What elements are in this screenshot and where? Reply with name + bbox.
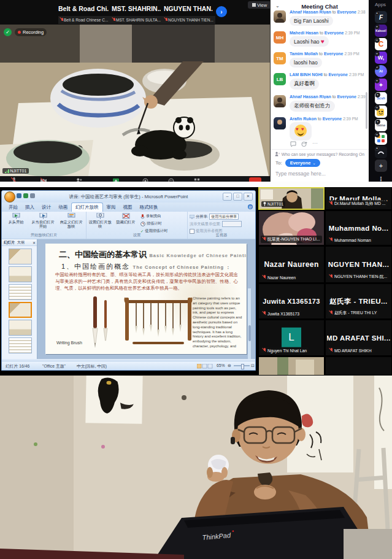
app-icon-kahoot[interactable]: +Kahoot! — [375, 25, 387, 37]
close-panel-icon[interactable]: ✕ — [33, 241, 36, 245]
camera-off-icon[interactable] — [40, 177, 47, 182]
sender-name[interactable]: Arafin Rukon — [290, 117, 317, 121]
tab-home[interactable]: 开始 — [5, 203, 21, 212]
more-actions-icon[interactable]: ··· — [312, 141, 318, 147]
maximize-button[interactable]: □ — [233, 193, 242, 201]
close-button[interactable]: ✕ — [244, 193, 253, 201]
tab-animations[interactable]: 动画 — [55, 203, 71, 212]
thumbnail-strip-3[interactable]: NGUYEN THANH TIEN... — [163, 16, 215, 24]
sender-name[interactable]: Ahnaf Hassan Riyan — [290, 94, 331, 99]
recipient-name[interactable]: Everyone — [328, 72, 348, 77]
participant-tile[interactable]: Dr.Maruf Molla... Dr.Maruf Mollah 马帅 MD … — [325, 187, 392, 210]
participant-tile[interactable]: 阮草灵-NGUYEN THAO LI... — [258, 210, 325, 245]
sender-name[interactable]: Ahnaf Hassan Riyan — [290, 10, 331, 14]
slide-thumbnail[interactable] — [9, 266, 32, 282]
participant-tile[interactable]: L Nguyen Thi Nhat Lan — [258, 320, 325, 356]
app-icon-fathom[interactable]: +F — [375, 11, 387, 23]
setup-show-button[interactable]: 设置幻灯片放映 — [88, 213, 112, 229]
recipient-name[interactable]: Everyone — [324, 52, 344, 56]
slide-thumbnail[interactable] — [9, 337, 32, 353]
sender-name[interactable]: Mahedi Hasan — [290, 31, 318, 35]
zoom-slider-thumb[interactable] — [241, 364, 244, 369]
apps-toolbar-icon[interactable] — [194, 177, 200, 182]
rehearse-timings-button[interactable]: 排练计时 — [140, 221, 162, 226]
record-narration-button[interactable]: 录制旁白 — [140, 214, 161, 219]
gallery-tab-1[interactable]: Belt & Road Chi... — [58, 2, 109, 15]
tab-format-convert[interactable]: 格式转换 — [136, 203, 162, 212]
main-video-feed[interactable]: ✓ Recording NJITT01 — [0, 25, 270, 176]
participant-tile[interactable]: 赵氏李 - TRIEU... 赵氏李 - TRIEU THI LY — [325, 283, 392, 319]
app-icon-ai-companion[interactable]: +AI — [375, 65, 387, 77]
tab-slides[interactable]: 幻灯片 — [4, 240, 15, 245]
recording-indicator[interactable]: Recording — [15, 28, 47, 36]
help-icon[interactable]: @ — [248, 204, 253, 209]
participant-tile[interactable]: Juwita X1365173 Juwita X1365173 — [258, 283, 325, 319]
resolution-dropdown[interactable]: 使用当前分辨率 — [209, 214, 239, 220]
participant-tile[interactable]: Muhammad No... Muhammad Noman — [325, 210, 392, 245]
gallery-tab-2[interactable]: MST. SHAHRIN... — [112, 2, 161, 15]
app-icon-launcher-grid[interactable]: + — [375, 133, 387, 145]
minimize-button[interactable]: – — [223, 193, 232, 201]
chevron-down-icon[interactable]: ⌄ — [275, 3, 280, 9]
reactions-icon[interactable] — [168, 177, 174, 182]
app-icon-fan[interactable]: +✦ — [375, 79, 387, 91]
participant-tile[interactable]: NGUYEN THAN... NGUYEN THANH TIEN-阮... — [325, 246, 392, 283]
share-screen-icon[interactable] — [113, 177, 119, 182]
recipient-name[interactable]: Everyone — [337, 10, 356, 14]
slide-canvas[interactable]: 二、中国绘画的基本常识 Basic Knowledge of Chinese P… — [45, 244, 247, 354]
slide-thumbnail-current[interactable] — [9, 302, 32, 318]
thumbnail-strip-2[interactable]: MST. SHAHRIN SULTA... — [110, 16, 164, 24]
hide-slide-button[interactable]: 隐藏幻灯片 — [113, 213, 138, 225]
tab-outline[interactable]: 大纲 — [17, 240, 25, 245]
gallery-tab-3[interactable]: NGUYEN THAN... — [164, 2, 213, 15]
app-icon-phone[interactable]: + — [375, 146, 387, 158]
add-app-button[interactable]: + — [375, 160, 387, 172]
app-add-badge[interactable]: + — [375, 119, 380, 125]
custom-show-button[interactable]: 自定义幻灯片放映 — [59, 213, 83, 229]
participant-tile[interactable]: MD ARAFAT SHI... MD ARAFAT SHIKH — [325, 320, 392, 356]
app-icon-wooclap[interactable]: +W, — [375, 52, 387, 64]
recipient-name[interactable]: Everyone — [325, 31, 344, 35]
slide-thumbnail[interactable] — [9, 284, 32, 300]
app-icon-smiley[interactable]: + — [375, 106, 387, 118]
quote-reply-icon[interactable] — [290, 141, 296, 147]
view-mode-buttons[interactable] — [197, 364, 213, 369]
security-shield-icon[interactable]: ✓ — [4, 28, 12, 36]
zoom-out-button[interactable]: ⊖ — [228, 363, 231, 368]
tab-view[interactable]: 视图 — [120, 203, 136, 212]
participant-tile[interactable]: NJITT01 — [258, 187, 325, 210]
participant-tile[interactable] — [325, 357, 392, 376]
from-current-button[interactable]: 从当前幻灯片开始 — [31, 213, 55, 229]
zoom-slider[interactable] — [234, 365, 250, 366]
sender-name[interactable]: Tamim Mollah — [290, 52, 318, 56]
thumbnail-strip-1[interactable]: Belt & Road Chinese C... — [58, 16, 112, 24]
app-add-badge[interactable]: + — [375, 92, 380, 98]
chat-scrollbar[interactable] — [366, 92, 367, 129]
recipient-selector[interactable]: Everyone ⌄ — [285, 159, 321, 167]
next-page-button[interactable]: › — [216, 6, 227, 17]
slide-thumbnail[interactable] — [9, 249, 32, 264]
tab-design[interactable]: 设计 — [38, 203, 55, 212]
fit-to-window-button[interactable]: ⊡ — [251, 363, 255, 368]
privacy-note[interactable]: ? Who can see your messages? Recording O… — [271, 149, 369, 156]
chat-message-input[interactable] — [274, 170, 366, 177]
recipient-name[interactable]: Everyone — [323, 117, 342, 121]
record-icon[interactable] — [142, 177, 148, 182]
slide-thumbnail[interactable] — [9, 320, 32, 336]
leave-meeting-button[interactable] — [249, 177, 261, 182]
app-icon-coursebox[interactable]: +C — [375, 38, 387, 50]
app-icon-scsh[interactable]: +Scsh — [375, 92, 387, 104]
view-button[interactable]: View — [248, 1, 271, 9]
recipient-name[interactable]: Everyone — [337, 94, 356, 99]
participant-tile[interactable]: Nazar Naureen Nazar Naureen — [258, 246, 325, 283]
add-reaction-icon[interactable] — [301, 141, 307, 147]
mic-off-icon[interactable] — [11, 177, 17, 182]
participant-tile[interactable] — [258, 357, 325, 376]
slide-scrollbar[interactable] — [248, 288, 251, 359]
tab-insert[interactable]: 插入 — [21, 203, 38, 212]
sender-name[interactable]: LAM BINH NGHI — [290, 72, 323, 77]
from-beginning-button[interactable]: 从头开始 — [4, 213, 28, 225]
tab-slideshow[interactable]: 幻灯片放映 — [71, 202, 103, 212]
app-icon-twine[interactable]: +twine — [375, 119, 387, 131]
show-on-dropdown[interactable] — [222, 221, 242, 227]
